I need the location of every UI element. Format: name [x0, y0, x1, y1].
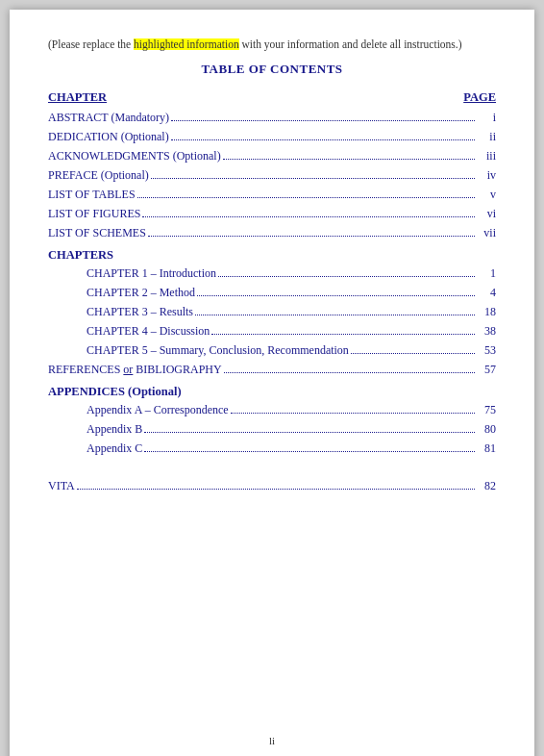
fm-dots-6 — [148, 236, 475, 237]
ap-page-1: 80 — [477, 422, 496, 437]
fm-dots-1 — [171, 139, 475, 140]
front-matter-section: ABSTRACT (Mandatory) i DEDICATION (Optio… — [48, 111, 496, 240]
fm-page-2: iii — [477, 149, 496, 164]
front-matter-row: LIST OF SCHEMES vii — [48, 226, 496, 240]
ap-dots-1 — [144, 432, 475, 433]
ap-page-0: 75 — [477, 403, 496, 417]
ch-dots-3 — [211, 334, 475, 335]
fm-page-0: i — [477, 111, 496, 125]
front-matter-row: ACKNOWLEDGMENTS (Optional) iii — [48, 149, 496, 164]
fm-label-1: DEDICATION (Optional) — [48, 130, 169, 144]
vita-dots — [77, 489, 475, 490]
references-entry: REFERENCES or BIBLIOGRAPHY 57 — [48, 363, 496, 377]
chapter-row: CHAPTER 4 – Discussion 38 — [48, 324, 496, 339]
fm-label-3: PREFACE (Optional) — [48, 168, 149, 183]
fm-dots-0 — [171, 120, 475, 121]
fm-page-4: v — [477, 188, 496, 202]
front-matter-row: PREFACE (Optional) iv — [48, 168, 496, 183]
vita-entry: VITA 82 — [48, 479, 496, 493]
vita-section: VITA 82 — [48, 479, 496, 493]
ap-label-0: Appendix A – Correspondence — [87, 403, 229, 417]
chapters-section: CHAPTER 1 – Introduction 1 CHAPTER 2 – M… — [48, 266, 496, 358]
chapter-col-header: CHAPTER — [48, 90, 107, 105]
ap-page-2: 81 — [477, 441, 496, 456]
appendix-row: Appendix A – Correspondence 75 — [48, 403, 496, 417]
references-label: REFERENCES or BIBLIOGRAPHY — [48, 363, 222, 377]
fm-dots-4 — [137, 197, 475, 198]
ch-label-4: CHAPTER 5 – Summary, Conclusion, Recomme… — [87, 343, 349, 358]
page: (Please replace the highlighted informat… — [10, 10, 534, 756]
ap-dots-2 — [144, 451, 475, 452]
fm-dots-2 — [223, 159, 475, 160]
ch-label-0: CHAPTER 1 – Introduction — [87, 266, 216, 281]
fm-page-1: ii — [477, 130, 496, 144]
ch-label-1: CHAPTER 2 – Method — [87, 286, 195, 300]
fm-dots-5 — [142, 216, 475, 217]
fm-label-6: LIST OF SCHEMES — [48, 226, 146, 240]
chapter-row: CHAPTER 2 – Method 4 — [48, 286, 496, 300]
chapter-row: CHAPTER 1 – Introduction 1 — [48, 266, 496, 281]
ch-page-3: 38 — [477, 324, 496, 339]
ch-dots-4 — [351, 353, 475, 354]
chapters-section-header: CHAPTERS — [48, 248, 496, 263]
instruction-text: (Please replace the highlighted informat… — [48, 37, 496, 52]
front-matter-row: ABSTRACT (Mandatory) i — [48, 111, 496, 125]
fm-label-0: ABSTRACT (Mandatory) — [48, 111, 169, 125]
highlighted-text: highlighted information — [134, 38, 239, 50]
fm-page-5: vi — [477, 207, 496, 221]
front-matter-row: LIST OF TABLES v — [48, 188, 496, 202]
ap-label-1: Appendix B — [87, 422, 142, 437]
references-page: 57 — [477, 363, 496, 377]
column-headers: CHAPTER PAGE — [48, 90, 496, 105]
front-matter-row: DEDICATION (Optional) ii — [48, 130, 496, 144]
vita-page: 82 — [477, 479, 496, 493]
page-col-header: PAGE — [463, 90, 496, 105]
ap-dots-0 — [231, 413, 475, 414]
appendices-section-header: APPENDICES (Optional) — [48, 385, 496, 399]
ch-page-0: 1 — [477, 266, 496, 281]
vita-label: VITA — [48, 479, 75, 493]
table-title: TABLE OF CONTENTS — [48, 62, 496, 77]
fm-label-5: LIST OF FIGURES — [48, 207, 140, 221]
appendix-row: Appendix B 80 — [48, 422, 496, 437]
appendix-row: Appendix C 81 — [48, 441, 496, 456]
fm-label-4: LIST OF TABLES — [48, 188, 136, 202]
ch-label-2: CHAPTER 3 – Results — [87, 305, 193, 319]
ch-label-3: CHAPTER 4 – Discussion — [87, 324, 210, 339]
fm-page-6: vii — [477, 226, 496, 240]
ch-page-2: 18 — [477, 305, 496, 319]
footer-page-number: li — [10, 735, 534, 746]
fm-page-3: iv — [477, 168, 496, 183]
ap-label-2: Appendix C — [87, 441, 142, 456]
fm-label-2: ACKNOWLEDGMENTS (Optional) — [48, 149, 221, 164]
references-dots — [224, 372, 475, 373]
fm-dots-3 — [151, 178, 475, 179]
chapter-row: CHAPTER 3 – Results 18 — [48, 305, 496, 319]
chapter-row: CHAPTER 5 – Summary, Conclusion, Recomme… — [48, 343, 496, 358]
ch-page-4: 53 — [477, 343, 496, 358]
appendices-section: Appendix A – Correspondence 75 Appendix … — [48, 403, 496, 456]
front-matter-row: LIST OF FIGURES vi — [48, 207, 496, 221]
ch-dots-2 — [195, 315, 475, 315]
ch-dots-0 — [218, 276, 475, 277]
ch-page-1: 4 — [477, 286, 496, 300]
ch-dots-1 — [197, 295, 475, 296]
